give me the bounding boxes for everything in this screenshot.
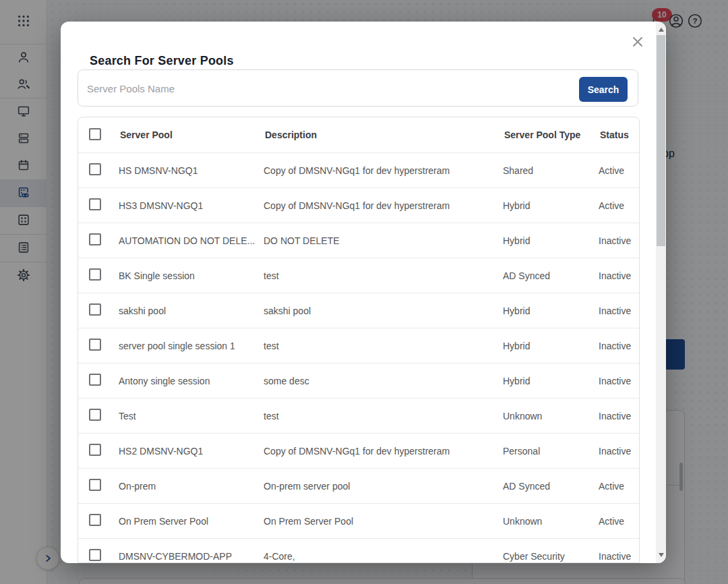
cell-status: Inactive (590, 270, 640, 281)
row-checkbox[interactable] (89, 409, 101, 421)
cell-status: Inactive (590, 305, 640, 316)
row-checkbox[interactable] (89, 339, 101, 351)
cell-server-pool: AUTOMATION DO NOT DELE... (111, 235, 255, 246)
cell-description: On Prem Server Pool (255, 516, 495, 527)
cell-description: On-prem server pool (255, 481, 495, 492)
search-button[interactable]: Search (579, 77, 628, 102)
cell-type: Hybrid (495, 376, 590, 386)
table-header-row: Server Pool Description Server Pool Type… (78, 117, 639, 152)
cell-server-pool: Antony single session (111, 376, 255, 386)
row-checkbox[interactable] (89, 198, 101, 210)
cell-description: test (255, 341, 495, 351)
close-icon[interactable] (629, 33, 646, 51)
cell-status: Inactive (590, 411, 640, 421)
cell-status: Active (590, 516, 640, 527)
cell-status: Inactive (590, 235, 640, 246)
cell-server-pool: HS3 DMSNV-NGQ1 (111, 200, 255, 211)
cell-type: Hybrid (495, 341, 590, 351)
table-row: TesttestUnknownInactive (78, 398, 639, 433)
cell-description: sakshi pool (255, 305, 495, 316)
application-window: 10 ? op Search For Server Pools (0, 0, 728, 584)
cell-description: 4-Core, (255, 551, 495, 562)
cell-description: test (255, 411, 495, 421)
cell-server-pool: sakshi pool (111, 305, 255, 316)
cell-type: Cyber Security (495, 551, 590, 562)
cell-server-pool: Test (111, 411, 255, 421)
cell-status: Active (590, 165, 640, 176)
table-row: BK Single sessiontestAD SyncedInactive (78, 258, 639, 293)
column-header-status: Status (590, 129, 640, 140)
search-input[interactable] (79, 71, 578, 107)
row-checkbox[interactable] (89, 233, 101, 245)
cell-status: Inactive (590, 341, 640, 351)
cell-description: Copy of DMSNV-NGq1 for dev hyperstreram (255, 446, 495, 457)
scrollbar-down-arrow-icon[interactable] (659, 553, 664, 557)
scrollbar-up-arrow-icon[interactable] (659, 28, 664, 32)
cell-status: Inactive (590, 551, 640, 562)
table-row: On-premOn-prem server poolAD SyncedActiv… (78, 468, 639, 503)
cell-description: Copy of DMSNV-NGq1 for dev hyperstreram (255, 165, 495, 176)
cell-type: Hybrid (495, 200, 590, 211)
cell-server-pool: DMSNV-CYBERMOD-APP (111, 551, 255, 562)
table-row: HS2 DMSNV-NGQ1Copy of DMSNV-NGq1 for dev… (78, 433, 639, 468)
cell-server-pool: server pool single session 1 (111, 341, 255, 351)
cell-server-pool: HS2 DMSNV-NGQ1 (111, 446, 255, 457)
cell-type: Hybrid (495, 305, 590, 316)
table-row: sakshi poolsakshi poolHybridInactive (78, 293, 639, 328)
cell-type: Hybrid (495, 235, 590, 246)
column-header-type: Server Pool Type (495, 129, 590, 140)
table-row: server pool single session 1testHybridIn… (78, 328, 639, 363)
cell-type: AD Synced (495, 270, 590, 281)
cell-description: some desc (255, 376, 495, 386)
cell-description: DO NOT DELETE (255, 235, 495, 246)
row-checkbox[interactable] (89, 374, 101, 386)
cell-status: Inactive (590, 376, 640, 386)
table-row: Antony single sessionsome descHybridInac… (78, 363, 639, 398)
row-checkbox[interactable] (89, 444, 101, 456)
table-row: DMSNV-CYBERMOD-APP4-Core,Cyber SecurityI… (78, 538, 639, 563)
row-checkbox[interactable] (89, 549, 101, 561)
row-checkbox[interactable] (89, 479, 101, 491)
cell-type: Personal (495, 446, 590, 457)
cell-description: Copy of DMSNV-NGq1 for dev hyperstreram (255, 200, 495, 211)
scrollbar-thumb[interactable] (657, 35, 665, 246)
table-row: AUTOMATION DO NOT DELE...DO NOT DELETEHy… (78, 223, 639, 258)
column-header-description: Description (255, 129, 495, 140)
cell-type: Shared (495, 165, 590, 176)
cell-type: Unknown (495, 411, 590, 421)
select-all-checkbox[interactable] (89, 128, 101, 140)
cell-type: Unknown (495, 516, 590, 527)
cell-description: test (255, 270, 495, 281)
cell-status: Active (590, 200, 640, 211)
dialog-title: Search For Server Pools (90, 54, 234, 68)
search-box: Search (78, 69, 638, 107)
table-row: HS DMSNV-NGQ1Copy of DMSNV-NGq1 for dev … (78, 152, 639, 187)
cell-status: Active (590, 481, 640, 492)
cell-status: Inactive (590, 446, 640, 457)
cell-type: AD Synced (495, 481, 590, 492)
row-checkbox[interactable] (89, 268, 101, 281)
cell-server-pool: On Prem Server Pool (111, 516, 255, 527)
row-checkbox[interactable] (89, 303, 101, 316)
modal-scrollbar (656, 22, 666, 563)
cell-server-pool: On-prem (111, 481, 255, 492)
table-row: On Prem Server PoolOn Prem Server PoolUn… (78, 503, 639, 538)
cell-server-pool: HS DMSNV-NGQ1 (111, 165, 255, 176)
row-checkbox[interactable] (89, 514, 101, 526)
table-row: HS3 DMSNV-NGQ1Copy of DMSNV-NGq1 for dev… (78, 187, 639, 223)
search-server-pools-dialog: Search For Server Pools Search Server Po… (61, 22, 666, 563)
server-pool-table-body: HS DMSNV-NGQ1Copy of DMSNV-NGq1 for dev … (78, 152, 639, 563)
row-checkbox[interactable] (89, 163, 101, 175)
server-pools-table: Server Pool Description Server Pool Type… (78, 117, 640, 563)
cell-server-pool: BK Single session (111, 270, 255, 281)
column-header-server-pool: Server Pool (111, 129, 255, 140)
